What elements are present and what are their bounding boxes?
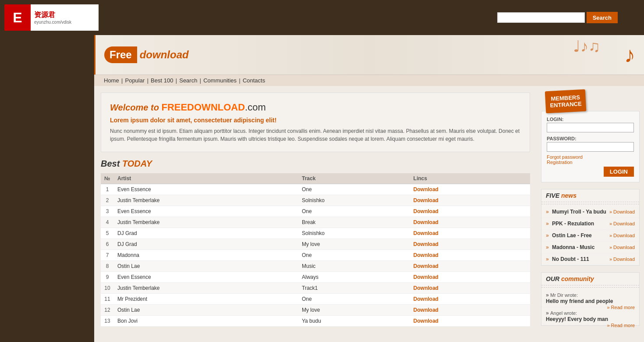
community-title: OUR community: [541, 273, 639, 285]
row-num: 6: [101, 239, 114, 250]
password-input[interactable]: [547, 142, 634, 152]
logo-e-icon: E: [4, 4, 31, 31]
row-download[interactable]: Download: [410, 195, 530, 206]
five-label: FIVE: [546, 192, 559, 199]
music-bar-icon: ♪: [624, 35, 635, 75]
news-item: » Madonna - Music Download: [541, 242, 639, 253]
news-label: news: [561, 192, 577, 199]
welcome-subtitle: Lorem ipsum dolor sit amet, consectetuer…: [110, 117, 521, 124]
row-track: One: [298, 250, 410, 261]
community-items: » Mr Dir wrote: Hello my friend and peop…: [541, 289, 639, 325]
search-input[interactable]: [497, 12, 585, 23]
nav-best100[interactable]: Best 100: [151, 77, 173, 84]
col-artist: Artist: [114, 173, 298, 184]
dotcom-text: .com: [245, 102, 266, 113]
news-download-link[interactable]: Download: [609, 232, 635, 239]
community-bullet: »: [546, 310, 549, 316]
table-row: 2 Justin Temberlake Solnishko Download: [101, 195, 530, 206]
news-download-link[interactable]: Download: [609, 256, 635, 262]
row-download[interactable]: Download: [410, 184, 530, 195]
community-read-link[interactable]: Read more: [607, 322, 635, 328]
row-track: Ya budu: [298, 316, 410, 327]
welcome-body: Nunc nonummy est id ipsum. Etiam aliquam…: [110, 127, 521, 143]
registration-link[interactable]: Registration: [547, 160, 634, 165]
best-today-section: Best TODAY № Artist Track Lincs: [101, 159, 530, 327]
community-message: Heeyyy! Every body man: [546, 316, 635, 322]
row-track: Track1: [298, 283, 410, 294]
row-num: 12: [101, 305, 114, 316]
row-download[interactable]: Download: [410, 283, 530, 294]
row-download[interactable]: Download: [410, 250, 530, 261]
forgot-password-link[interactable]: Forgot password: [547, 154, 634, 160]
community-read-link[interactable]: Read more: [607, 304, 635, 310]
row-num: 5: [101, 228, 114, 239]
news-download-link[interactable]: Download: [609, 244, 635, 250]
welcome-title: Welcome to FREEDOWNLOAD.com: [110, 102, 521, 113]
free-label: Free: [104, 46, 137, 63]
nav-communities[interactable]: Communities: [203, 77, 237, 84]
today-label: TODAY: [122, 159, 152, 168]
row-download[interactable]: Download: [410, 228, 530, 239]
row-num: 9: [101, 272, 114, 283]
row-download[interactable]: Download: [410, 239, 530, 250]
row-track: Break: [298, 217, 410, 228]
row-artist: Even Essence: [114, 272, 298, 283]
news-title-text: Madonna - Music: [552, 244, 594, 250]
news-item: » No Doubt - 111 Download: [541, 253, 639, 265]
row-download[interactable]: Download: [410, 305, 530, 316]
login-label: LOGIN:: [547, 117, 634, 122]
row-download[interactable]: Download: [410, 217, 530, 228]
row-artist: Justin Temberlake: [114, 195, 298, 206]
row-download[interactable]: Download: [410, 294, 530, 305]
table-row: 3 Even Essence One Download: [101, 206, 530, 217]
nav-popular[interactable]: Popular: [125, 77, 145, 84]
row-track: My love: [298, 305, 410, 316]
news-title-text: Ostin Lae - Free: [552, 232, 592, 239]
login-button[interactable]: LOGIN: [604, 167, 634, 177]
row-artist: Even Essence: [114, 206, 298, 217]
password-label: PASSWORD:: [547, 136, 634, 141]
community-author: Angel wrote:: [550, 310, 577, 316]
row-num: 10: [101, 283, 114, 294]
table-row: 10 Justin Temberlake Track1 Download: [101, 283, 530, 294]
row-num: 7: [101, 250, 114, 261]
row-artist: Ostin Lae: [114, 305, 298, 316]
row-artist: Even Essence: [114, 184, 298, 195]
best-today-title: Best TODAY: [101, 159, 530, 169]
row-download[interactable]: Download: [410, 206, 530, 217]
table-row: 11 Mr Prezident One Download: [101, 294, 530, 305]
nav-home[interactable]: Home: [104, 77, 119, 84]
news-item: » PPK - Rezulation Download: [541, 218, 639, 230]
entrance-label: ENTRANCE: [550, 100, 582, 109]
news-download-link[interactable]: Download: [609, 221, 635, 227]
welcome-text: Welcome to: [110, 103, 159, 112]
nav-search[interactable]: Search: [179, 77, 197, 84]
row-download[interactable]: Download: [410, 316, 530, 327]
table-row: 9 Even Essence Always Download: [101, 272, 530, 283]
news-bullet: »: [546, 244, 549, 250]
search-button[interactable]: Search: [587, 12, 618, 23]
nav-contacts[interactable]: Contacts: [243, 77, 265, 84]
row-artist: Justin Temberlake: [114, 283, 298, 294]
table-row: 1 Even Essence One Download: [101, 184, 530, 195]
community-label: community: [561, 275, 594, 282]
news-item: » Mumyi Troll - Ya budu Download: [541, 206, 639, 218]
nav-bar: Home | Popular | Best 100 | Search | Com…: [94, 75, 644, 86]
login-input[interactable]: [547, 123, 634, 132]
community-section: OUR community » Mr Dir wrote: Hello my f…: [541, 272, 640, 326]
col-lincs: Lincs: [410, 173, 530, 184]
news-bullet: »: [546, 221, 549, 227]
row-download[interactable]: Download: [410, 261, 530, 272]
row-track: Solnishko: [298, 228, 410, 239]
row-artist: Ostin Lae: [114, 261, 298, 272]
our-label: OUR: [546, 275, 559, 282]
row-artist: Mr Prezident: [114, 294, 298, 305]
news-bullet: »: [546, 232, 549, 239]
news-title-text: Mumyi Troll - Ya budu: [552, 209, 606, 215]
news-download-link[interactable]: Download: [609, 209, 635, 215]
five-news-section: FIVE news » Mumyi Troll - Ya budu Downlo…: [541, 189, 640, 266]
table-row: 7 Madonna One Download: [101, 250, 530, 261]
row-download[interactable]: Download: [410, 272, 530, 283]
row-track: One: [298, 206, 410, 217]
nav-sep-5: |: [239, 78, 241, 84]
